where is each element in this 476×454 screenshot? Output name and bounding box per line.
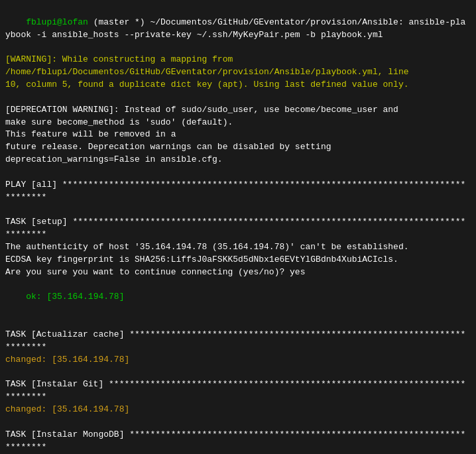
blank-line-3: [5, 204, 471, 217]
blank-line-4: [5, 316, 471, 329]
blank-line-1: [5, 91, 471, 104]
blank-line-2: [5, 166, 471, 179]
username-host: fblupi@lofan: [26, 17, 88, 27]
task-cache-header: TASK [Actualizar cache] ****************…: [5, 329, 471, 354]
terminal-window: fblupi@lofan (master *) ~/Documentos/Git…: [0, 0, 476, 454]
deprecation-warning: [DEPRECATION WARNING]: Instead of sudo/s…: [5, 104, 471, 166]
play-all: PLAY [all] *****************************…: [5, 179, 471, 204]
authenticity-message: The authenticity of host '35.164.194.78 …: [5, 241, 471, 279]
terminal-line-prompt: fblupi@lofan (master *) ~/Documentos/Git…: [5, 4, 471, 54]
ok-status: ok: [35.164.194.78]: [26, 292, 124, 302]
ok-result: ok: [35.164.194.78]: [5, 279, 471, 317]
task-setup-header: TASK [setup] ***************************…: [5, 216, 471, 241]
changed-git: changed: [35.164.194.78]: [5, 404, 471, 416]
blank-line-6: [5, 416, 471, 429]
warning-duplicate-key: [WARNING]: While constructing a mapping …: [5, 54, 471, 91]
blank-line-5: [5, 366, 471, 378]
task-mongodb-header: TASK [Instalar MongoDB] ****************…: [5, 429, 471, 454]
changed-cache: changed: [35.164.194.78]: [5, 354, 471, 367]
task-git-header: TASK [Instalar Git] ********************…: [5, 378, 471, 404]
